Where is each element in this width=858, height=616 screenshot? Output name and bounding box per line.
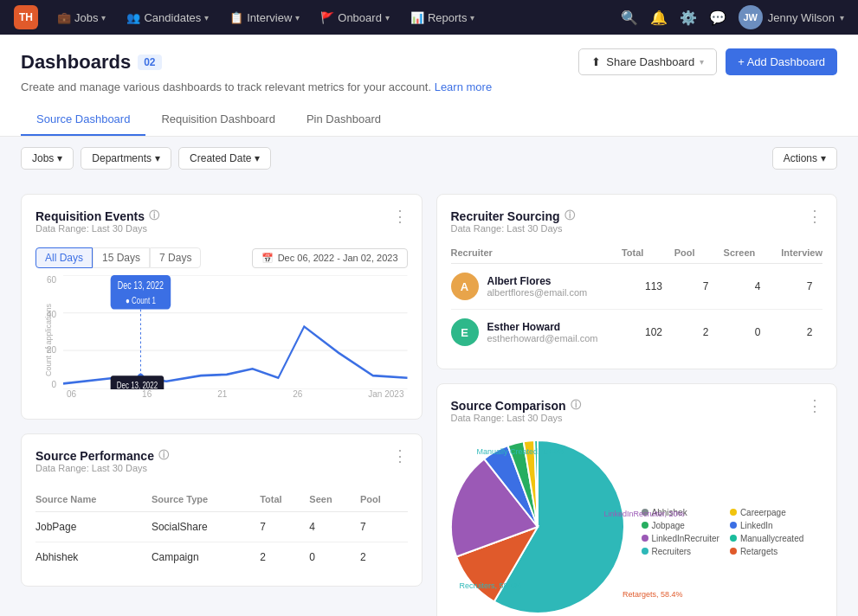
legend-item: Jobpage bbox=[642, 521, 719, 530]
recruiter-avatar: E bbox=[451, 318, 479, 346]
cell-pool: 2 bbox=[360, 542, 408, 573]
bell-icon[interactable]: 🔔 bbox=[650, 10, 668, 26]
filter-created-date[interactable]: Created Date ▾ bbox=[178, 147, 271, 170]
recruiter-info: Esther Howard estherhoward@email.com bbox=[487, 321, 633, 343]
search-icon[interactable]: 🔍 bbox=[621, 10, 638, 26]
chevron-down-icon: ▾ bbox=[295, 13, 300, 22]
cell-total: 2 bbox=[260, 542, 309, 573]
source-comparison-card: Source Comparison ⓘ Data Range: Last 30 … bbox=[436, 383, 838, 616]
nav-right: 🔍 🔔 ⚙️ 💬 JW Jenny Wilson ▾ bbox=[621, 5, 844, 29]
legend-color-dot bbox=[642, 548, 648, 555]
card-menu-button[interactable]: ⋮ bbox=[392, 209, 408, 224]
pie-container: Manually Created, 10.4% LinkedInRecruite… bbox=[451, 440, 624, 616]
chevron-down-icon: ▾ bbox=[155, 152, 160, 164]
actions-button[interactable]: Actions ▾ bbox=[772, 147, 837, 170]
recruiter-name: Esther Howard bbox=[487, 321, 633, 333]
cell-seen: 4 bbox=[309, 512, 360, 542]
cell-source-type: SocialShare bbox=[152, 512, 260, 542]
pie-label-manually: Manually Created, 10.4% bbox=[477, 447, 564, 456]
card-menu-button[interactable]: ⋮ bbox=[807, 209, 823, 224]
nav-reports[interactable]: 📊 Reports ▾ bbox=[402, 8, 484, 28]
source-performance-card: Source Performance ⓘ Data Range: Last 30… bbox=[21, 433, 423, 587]
svg-text:Dec 13, 2022: Dec 13, 2022 bbox=[117, 381, 158, 389]
info-icon[interactable]: ⓘ bbox=[149, 209, 159, 223]
req-tab-7[interactable]: 7 Days bbox=[150, 247, 201, 268]
legend-label: Jobpage bbox=[652, 521, 685, 530]
nav-jobs[interactable]: 💼 Jobs ▾ bbox=[48, 8, 114, 28]
dashboard-count-badge: 02 bbox=[138, 55, 161, 70]
right-column: Recruiter Sourcing ⓘ Data Range: Last 30… bbox=[436, 194, 838, 616]
legend-color-dot bbox=[642, 535, 648, 542]
user-menu[interactable]: JW Jenny Wilson ▾ bbox=[739, 5, 844, 29]
recruiter-email: estherhoward@email.com bbox=[487, 333, 633, 343]
stat-screen: 0 bbox=[745, 326, 771, 338]
cell-source-type: Campaign bbox=[152, 542, 260, 573]
legend-item: LinkedInRecruiter bbox=[642, 534, 719, 543]
cell-seen: 0 bbox=[309, 542, 360, 573]
stat-total: 113 bbox=[641, 280, 667, 292]
stat-pool: 7 bbox=[693, 280, 719, 292]
settings-icon[interactable]: ⚙️ bbox=[680, 10, 697, 26]
pie-label-retargets: Retargets, 58.4% bbox=[623, 590, 683, 599]
chevron-down-icon: ▾ bbox=[385, 13, 390, 22]
legend-item: Retargets bbox=[730, 547, 808, 556]
req-tab-15[interactable]: 15 Days bbox=[93, 247, 150, 268]
cell-pool: 7 bbox=[360, 512, 408, 542]
recruiter-table-header: Recruiter Total Pool Screen Interview bbox=[451, 247, 823, 264]
page-subtitle: Create and manage various dashboards to … bbox=[21, 80, 837, 93]
main-content: Requisition Events ⓘ Data Range: Last 30… bbox=[0, 180, 858, 616]
table-row: Abhishek Campaign 2 0 2 bbox=[35, 542, 408, 573]
legend-label: LinkedInRecruiter bbox=[652, 534, 719, 543]
svg-text:Dec 13, 2022: Dec 13, 2022 bbox=[118, 279, 164, 292]
flag-icon: 🚩 bbox=[320, 11, 334, 24]
filters-bar: Jobs ▾ Departments ▾ Created Date ▾ Acti… bbox=[0, 137, 858, 180]
info-icon[interactable]: ⓘ bbox=[564, 209, 575, 223]
cell-source-name: Abhishek bbox=[35, 542, 152, 573]
recruiter-stats: 102 2 0 2 bbox=[641, 326, 823, 338]
pie-label-linkedin: LinkedInRecruiter, 20% bbox=[603, 510, 684, 518]
legend-item: LinkedIn bbox=[730, 521, 808, 530]
tab-requisition-dashboard[interactable]: Requisition Dashboard bbox=[145, 104, 291, 136]
legend-label: Manuallycreated bbox=[740, 534, 803, 543]
legend-item: Manuallycreated bbox=[730, 534, 808, 543]
cell-total: 7 bbox=[260, 512, 309, 542]
share-icon: ⬆ bbox=[591, 55, 601, 68]
recruiter-stats: 113 7 4 7 bbox=[641, 280, 823, 292]
filter-jobs[interactable]: Jobs ▾ bbox=[21, 147, 74, 170]
stat-screen: 4 bbox=[745, 280, 771, 292]
req-tab-all[interactable]: All Days bbox=[35, 247, 93, 268]
info-icon[interactable]: ⓘ bbox=[571, 398, 581, 413]
table-row: JobPage SocialShare 7 4 7 bbox=[35, 512, 408, 542]
brand-logo: TH bbox=[14, 5, 38, 29]
legend-item: Careerpage bbox=[730, 508, 808, 517]
chevron-down-icon: ▾ bbox=[57, 152, 62, 164]
briefcase-icon: 💼 bbox=[57, 11, 71, 24]
chevron-down-icon: ▾ bbox=[255, 152, 260, 164]
nav-candidates[interactable]: 👥 Candidates ▾ bbox=[118, 8, 217, 28]
date-range-button[interactable]: 📅 Dec 06, 2022 - Jan 02, 2023 bbox=[252, 248, 408, 268]
stat-interview: 7 bbox=[797, 280, 823, 292]
col-seen: Seen bbox=[309, 487, 360, 512]
learn-more-link[interactable]: Learn more bbox=[435, 80, 492, 93]
card-menu-button[interactable]: ⋮ bbox=[392, 448, 408, 464]
dashboard-tabs: Source Dashboard Requisition Dashboard P… bbox=[21, 104, 837, 136]
col-pool: Pool bbox=[360, 487, 408, 512]
share-chevron-icon: ▾ bbox=[700, 57, 704, 67]
nav-interview[interactable]: 📋 Interview ▾ bbox=[221, 8, 308, 28]
legend-label: LinkedIn bbox=[740, 521, 773, 530]
recruiter-list: A Albert Flores albertflores@email.com 1… bbox=[451, 264, 823, 355]
col-source-type: Source Type bbox=[152, 487, 260, 512]
info-icon[interactable]: ⓘ bbox=[158, 448, 169, 463]
nav-onboard[interactable]: 🚩 Onboard ▾ bbox=[312, 8, 398, 28]
pie-label-recruiters: Recruiters, 58.4% bbox=[460, 581, 522, 590]
filter-departments[interactable]: Departments ▾ bbox=[81, 147, 171, 170]
tab-pin-dashboard[interactable]: Pin Dashboard bbox=[291, 104, 397, 136]
recruiter-info: Albert Flores albertflores@email.com bbox=[487, 275, 633, 298]
share-dashboard-button[interactable]: ⬆ Share Dashboard ▾ bbox=[578, 48, 717, 75]
legend-label: Recruiters bbox=[652, 547, 692, 556]
card-menu-button[interactable]: ⋮ bbox=[807, 398, 823, 414]
add-dashboard-button[interactable]: + Add Dashboard bbox=[726, 48, 837, 75]
chat-icon[interactable]: 💬 bbox=[709, 10, 726, 26]
svg-text:● Count  1: ● Count 1 bbox=[126, 296, 156, 305]
tab-source-dashboard[interactable]: Source Dashboard bbox=[21, 104, 145, 136]
